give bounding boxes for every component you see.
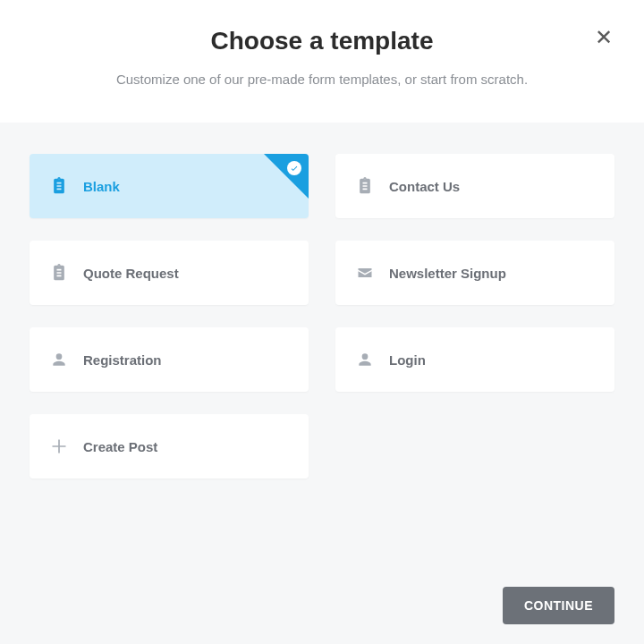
template-label: Quote Request [83, 266, 179, 281]
template-grid-container: Blank Contact Us Quote Request Newslette… [0, 123, 644, 569]
modal-header: ✕ Choose a template Customize one of our… [0, 0, 644, 123]
close-button[interactable]: ✕ [595, 27, 613, 48]
continue-button[interactable]: CONTINUE [503, 587, 614, 624]
template-card-registration[interactable]: Registration [30, 327, 309, 392]
selected-corner-badge [264, 154, 309, 199]
template-card-login[interactable]: Login [335, 327, 614, 392]
template-card-quote-request[interactable]: Quote Request [30, 241, 309, 305]
template-label: Login [389, 352, 426, 368]
template-card-contact-us[interactable]: Contact Us [335, 154, 614, 218]
template-card-create-post[interactable]: Create Post [30, 414, 309, 479]
template-picker-modal: ✕ Choose a template Customize one of our… [0, 0, 644, 644]
clipboard-icon [355, 176, 375, 196]
modal-footer: CONTINUE [0, 569, 644, 644]
envelope-icon [355, 263, 375, 283]
template-label: Registration [83, 352, 162, 368]
template-label: Create Post [83, 439, 157, 454]
plus-icon [49, 436, 69, 456]
clipboard-icon [49, 263, 69, 283]
selected-check-icon [287, 161, 301, 175]
template-label: Contact Us [389, 179, 460, 194]
person-icon [49, 350, 69, 369]
template-label: Newsletter Signup [389, 266, 506, 281]
template-label: Blank [83, 179, 120, 194]
modal-subtitle: Customize one of our pre-made form templ… [27, 72, 617, 87]
modal-title: Choose a template [27, 27, 617, 55]
template-card-newsletter-signup[interactable]: Newsletter Signup [335, 241, 614, 305]
template-grid: Blank Contact Us Quote Request Newslette… [30, 154, 614, 479]
close-icon: ✕ [595, 25, 613, 49]
template-card-blank[interactable]: Blank [30, 154, 309, 218]
person-icon [355, 350, 375, 369]
clipboard-icon [49, 176, 69, 196]
